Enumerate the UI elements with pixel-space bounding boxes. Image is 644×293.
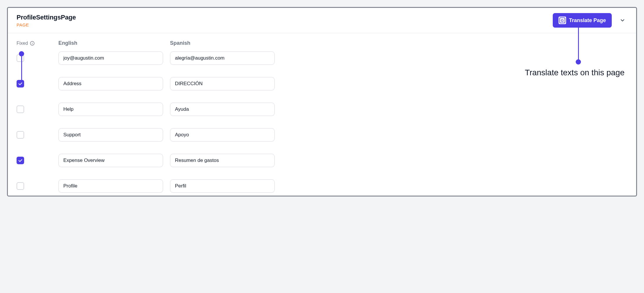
- chevron-down-icon: [620, 17, 625, 23]
- panel-header: ProfileSettingsPage PAGE Translate Page: [8, 8, 636, 33]
- info-circle-icon: [30, 41, 35, 46]
- translate-icon: [559, 17, 566, 24]
- annotation-text: Translate texts on this page: [525, 68, 625, 77]
- source-text-input[interactable]: [58, 103, 163, 116]
- translation-row: [17, 103, 627, 116]
- source-text-input[interactable]: [58, 128, 163, 142]
- target-text-input[interactable]: [170, 51, 275, 65]
- fixed-checkbox[interactable]: [17, 131, 24, 139]
- target-text-input[interactable]: [170, 179, 275, 193]
- info-icon[interactable]: [30, 41, 35, 46]
- target-text-input[interactable]: [170, 154, 275, 167]
- fixed-checkbox[interactable]: [17, 106, 24, 113]
- source-text-input[interactable]: [58, 179, 163, 193]
- check-icon: [18, 158, 23, 163]
- target-text-input[interactable]: [170, 103, 275, 116]
- target-text-input[interactable]: [170, 77, 275, 90]
- translation-row: [17, 77, 627, 90]
- title-block: ProfileSettingsPage PAGE: [17, 14, 76, 27]
- translation-row: [17, 51, 627, 65]
- target-lang-header: Spanish: [170, 40, 275, 46]
- source-text-input[interactable]: [58, 77, 163, 90]
- annotation-dot: [19, 51, 24, 56]
- collapse-toggle[interactable]: [618, 15, 627, 25]
- translation-row: [17, 154, 627, 167]
- translate-button-label: Translate Page: [569, 17, 606, 24]
- page-subtitle: PAGE: [17, 22, 76, 27]
- annotation-line: [21, 56, 22, 81]
- panel-body: Fixed English Spanish: [8, 33, 636, 196]
- source-text-input[interactable]: [58, 51, 163, 65]
- header-actions: Translate Page: [553, 13, 627, 28]
- annotation-line: [578, 22, 579, 60]
- fixed-checkbox[interactable]: [17, 182, 24, 190]
- target-text-input[interactable]: [170, 128, 275, 142]
- fixed-checkbox[interactable]: [17, 157, 24, 164]
- fixed-column-header: Fixed: [17, 41, 51, 46]
- annotation-dot: [576, 59, 581, 65]
- source-lang-header: English: [58, 40, 163, 46]
- page-title: ProfileSettingsPage: [17, 14, 76, 21]
- fixed-column-label: Fixed: [17, 41, 28, 46]
- translations-panel: ProfileSettingsPage PAGE Translate Page …: [7, 7, 637, 196]
- check-icon: [18, 81, 23, 86]
- translation-row: [17, 179, 627, 193]
- source-text-input[interactable]: [58, 154, 163, 167]
- columns-header: Fixed English Spanish: [17, 40, 627, 46]
- translate-page-button[interactable]: Translate Page: [553, 13, 612, 28]
- svg-point-2: [32, 42, 33, 43]
- translation-row: [17, 128, 627, 142]
- fixed-checkbox[interactable]: [17, 80, 24, 87]
